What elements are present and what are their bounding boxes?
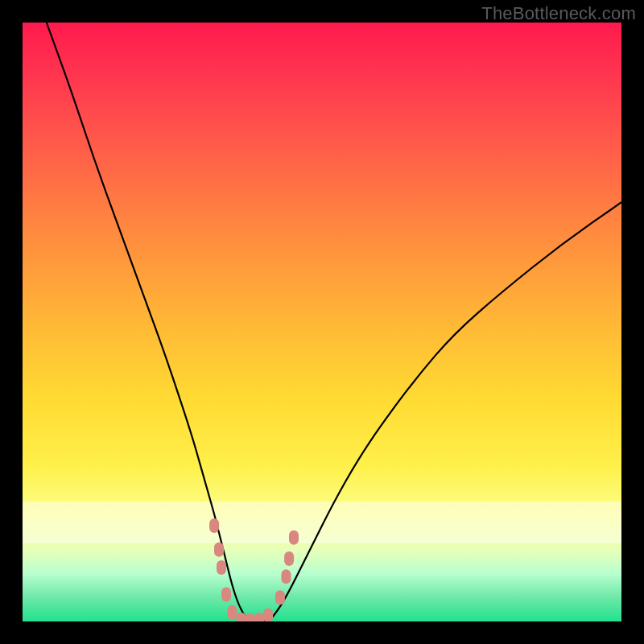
data-marker [254,613,264,621]
data-marker [217,560,226,575]
data-marker [289,530,299,545]
data-marker [221,588,231,602]
data-marker [263,609,273,621]
data-markers [209,518,299,621]
data-marker [214,543,224,557]
data-marker [246,613,255,622]
plot-area [23,23,621,621]
data-marker [209,518,219,533]
data-marker [275,590,285,605]
curve-layer [23,23,621,621]
data-marker [281,569,291,584]
data-marker [284,551,294,566]
data-marker [227,605,237,620]
watermark-label: TheBottleneck.com [481,3,636,24]
chart-frame: TheBottleneck.com [0,0,644,644]
bottleneck-curve [47,23,621,621]
